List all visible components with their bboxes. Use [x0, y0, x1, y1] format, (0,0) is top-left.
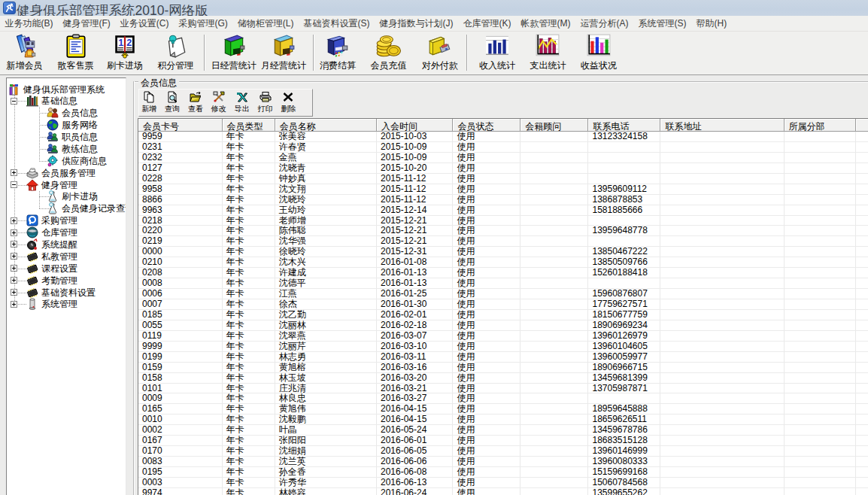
svg-text:1: 1 — [118, 37, 123, 48]
svg-text:2: 2 — [126, 37, 132, 48]
